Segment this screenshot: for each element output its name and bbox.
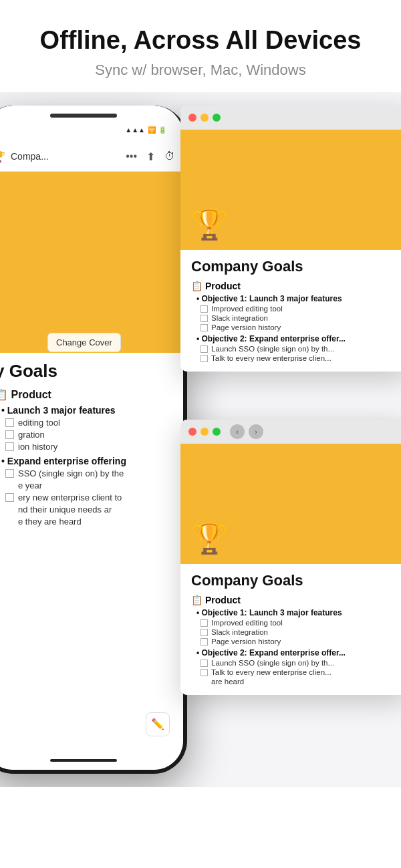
browser-bullet-bottom: • Objective 2: Expand enterprise offer..… xyxy=(191,648,397,658)
browser-check-item: Page version history xyxy=(191,323,397,331)
check-label: editing tool xyxy=(18,418,60,428)
checkbox-icon[interactable] xyxy=(5,493,14,502)
section-label-bottom: Product xyxy=(205,595,241,605)
browser-check-item: Slack integration xyxy=(191,314,397,322)
check-label: Slack integration xyxy=(211,314,268,322)
browser-top: 🏆 Company Goals 📋 Product • Objective 1:… xyxy=(180,106,401,372)
checkbox-icon[interactable] xyxy=(200,355,208,362)
phone-toolbar-title: Compa... xyxy=(11,151,126,162)
close-dot-bottom[interactable] xyxy=(188,428,196,436)
browser-check-item: Talk to every new enterprise clien... xyxy=(191,354,397,362)
checkbox-icon[interactable] xyxy=(200,345,208,353)
check-label: Improved editing tool xyxy=(211,305,283,313)
phone-bullet-item: • Launch 3 major features xyxy=(0,405,172,416)
checkbox-icon[interactable] xyxy=(5,418,14,427)
browser-content: Company Goals 📋 Product • Objective 1: L… xyxy=(180,250,401,372)
wifi-icon: 🛜 xyxy=(148,126,156,134)
phone-home-indicator xyxy=(50,759,117,762)
check-label: Launch SSO (single sign on) by th... xyxy=(211,659,334,667)
checkbox-icon[interactable] xyxy=(5,469,14,478)
phone-check-item: ion history xyxy=(0,442,172,452)
trophy-icon-bottom: 🏆 xyxy=(191,524,228,553)
check-label: e year xyxy=(5,480,42,490)
check-label: SSO (single sign on) by the xyxy=(18,468,124,478)
browser-bullet-bottom: • Objective 1: Launch 3 major features xyxy=(191,608,397,617)
phone-check-item: e they are heard xyxy=(0,517,172,527)
browser-check-item-bottom: Launch SSO (single sign on) by th... xyxy=(191,659,397,667)
check-label: Page version history xyxy=(211,323,281,331)
checkbox-icon[interactable] xyxy=(200,305,208,313)
header-subtitle: Sync w/ browser, Mac, Windows xyxy=(13,61,388,79)
main-content: ▲▲▲ 🛜 🔋 🏆 Compa... ••• ⬆ ⏱ Change Cover xyxy=(0,92,401,787)
phone-check-item: ery new enterprise client to xyxy=(0,492,172,502)
checkbox-icon[interactable] xyxy=(5,430,14,439)
checkbox-icon[interactable] xyxy=(200,324,208,331)
checkbox-icon[interactable] xyxy=(200,315,208,322)
forward-button[interactable]: › xyxy=(249,424,263,439)
phone-status-icons: ▲▲▲ 🛜 🔋 xyxy=(125,126,166,134)
browser-check-item: Launch SSO (single sign on) by th... xyxy=(191,345,397,353)
check-label: Talk to every new enterprise clien... xyxy=(211,354,331,362)
maximize-dot[interactable] xyxy=(213,114,221,122)
checkbox-icon[interactable] xyxy=(200,619,208,627)
share-icon[interactable]: ⬆ xyxy=(146,150,155,163)
battery-icon: 🔋 xyxy=(158,126,166,134)
phone-check-item: editing tool xyxy=(0,418,172,428)
check-label: Slack integration xyxy=(211,628,268,636)
checkbox-icon[interactable] xyxy=(200,629,208,636)
browser-check-item-bottom: Page version history xyxy=(191,637,397,645)
browser-bullet: • Objective 1: Launch 3 major features xyxy=(191,294,397,303)
browser-section: 📋 Product xyxy=(191,281,397,291)
browser-check-item-bottom: Improved editing tool xyxy=(191,619,397,627)
phone-bullet-item: • Expand enterprise offering xyxy=(0,456,172,466)
signal-icon: ▲▲▲ xyxy=(125,126,145,134)
browser-check-item: Improved editing tool xyxy=(191,305,397,313)
checkbox-icon[interactable] xyxy=(200,669,208,676)
history-icon[interactable]: ⏱ xyxy=(164,150,175,163)
phone-mockup: ▲▲▲ 🛜 🔋 🏆 Compa... ••• ⬆ ⏱ Change Cover xyxy=(0,106,187,774)
browser-titlebar-bottom: ‹ › xyxy=(180,420,401,444)
check-label: ion history xyxy=(18,442,57,452)
browser-titlebar xyxy=(180,106,401,130)
maximize-dot-bottom[interactable] xyxy=(213,428,221,436)
phone-fab-button[interactable]: ✏️ xyxy=(146,712,170,736)
trophy-icon: 🏆 xyxy=(191,210,228,239)
check-label: are heard xyxy=(200,678,244,686)
check-label: gration xyxy=(18,430,45,440)
back-button[interactable]: ‹ xyxy=(230,424,245,439)
check-label: ery new enterprise client to xyxy=(18,492,122,502)
folder-icon: 📋 xyxy=(191,281,203,291)
browser-page-title: Company Goals xyxy=(191,258,397,275)
browser-content-bottom: Company Goals 📋 Product • Objective 1: L… xyxy=(180,564,401,695)
phone-check-item: SSO (single sign on) by the xyxy=(0,468,172,478)
phone-toolbar: 🏆 Compa... ••• ⬆ ⏱ xyxy=(0,142,183,172)
folder-icon: 📋 xyxy=(0,389,11,400)
more-icon[interactable]: ••• xyxy=(126,150,137,163)
phone-notch xyxy=(50,114,117,118)
check-label: Talk to every new enterprise clien... xyxy=(211,668,331,676)
checkbox-icon[interactable] xyxy=(200,660,208,667)
browser-cover: 🏆 xyxy=(180,130,401,250)
phone-section-title: 📋 Product xyxy=(0,388,172,401)
phone-check-item: gration xyxy=(0,430,172,440)
change-cover-button[interactable]: Change Cover xyxy=(47,333,121,352)
browser-section-bottom: 📋 Product xyxy=(191,595,397,605)
checkbox-icon[interactable] xyxy=(200,638,208,645)
phone-toolbar-actions[interactable]: ••• ⬆ ⏱ xyxy=(126,150,175,163)
header-section: Offline, Across All Devices Sync w/ brow… xyxy=(0,0,401,92)
check-label: Page version history xyxy=(211,637,281,645)
minimize-dot-bottom[interactable] xyxy=(200,428,209,436)
phone-check-item: e year xyxy=(0,480,172,490)
folder-icon-bottom: 📋 xyxy=(191,595,203,605)
minimize-dot[interactable] xyxy=(200,114,209,122)
browser-check-item-bottom: Talk to every new enterprise clien... xyxy=(191,668,397,676)
phone-content: y Goals 📋 Product • Launch 3 major featu… xyxy=(0,353,183,770)
check-label: Launch SSO (single sign on) by th... xyxy=(211,345,334,353)
checkbox-icon[interactable] xyxy=(5,442,14,451)
check-label: nd their unique needs ar xyxy=(5,504,112,515)
check-label: e they are heard xyxy=(5,517,82,527)
check-label: Improved editing tool xyxy=(211,619,283,627)
close-dot[interactable] xyxy=(188,114,196,122)
browser-cover-bottom: 🏆 xyxy=(180,444,401,564)
section-label: Product xyxy=(205,281,241,291)
